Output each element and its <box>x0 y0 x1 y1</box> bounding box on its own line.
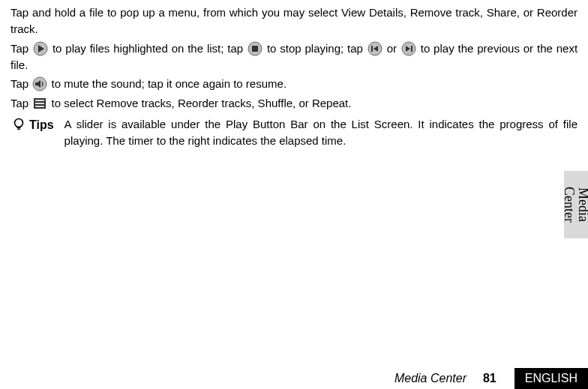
p2c-text: to stop playing; tap <box>267 42 363 55</box>
svg-rect-9 <box>411 46 412 52</box>
svg-rect-13 <box>35 100 44 101</box>
lightbulb-icon <box>11 117 26 132</box>
p2d-text: or <box>387 42 397 55</box>
svg-point-16 <box>15 118 23 127</box>
p1-text: Tap and hold a file to pop up a menu, fr… <box>10 6 578 35</box>
p2a-text: Tap <box>10 42 28 55</box>
mute-icon <box>32 76 47 91</box>
tips-body: A slider is available under the Play But… <box>64 116 578 149</box>
tips-row: Tips A slider is available under the Pla… <box>10 116 578 149</box>
play-icon <box>33 41 48 56</box>
paragraph-4: Tap to select Remove tracks, Reorder tra… <box>10 95 578 112</box>
p2b-text: to play files highlighted on the list; t… <box>52 42 243 55</box>
stop-icon <box>248 41 262 56</box>
page-footer: Media Center 81 ENGLISH <box>0 368 588 389</box>
side-tab: Media Center <box>564 171 588 238</box>
paragraph-2: Tap to play files highlighted on the lis… <box>10 40 578 73</box>
next-icon <box>401 41 416 56</box>
svg-rect-18 <box>17 128 20 130</box>
footer-page-number: 81 <box>483 368 514 389</box>
tips-label: Tips <box>10 116 54 133</box>
svg-rect-14 <box>35 103 44 104</box>
svg-rect-3 <box>252 46 258 52</box>
paragraph-3: Tap to mute the sound; tap it once again… <box>10 76 578 92</box>
menu-list-icon <box>32 96 47 111</box>
footer-section: Media Center <box>394 368 483 389</box>
side-tab-text: Media Center <box>562 171 588 238</box>
svg-rect-17 <box>17 127 21 128</box>
p3b-text: to mute the sound; tap it once again to … <box>52 77 287 90</box>
svg-rect-15 <box>35 106 44 107</box>
paragraph-1: Tap and hold a file to pop up a menu, fr… <box>10 4 578 37</box>
p4b-text: to select Remove tracks, Reorder tracks,… <box>52 97 352 109</box>
previous-icon <box>368 41 382 56</box>
footer-language: ENGLISH <box>514 368 588 389</box>
p4a-text: Tap <box>10 97 28 109</box>
p3a-text: Tap <box>10 77 28 90</box>
svg-rect-5 <box>371 46 373 52</box>
tips-label-text: Tips <box>29 116 54 133</box>
